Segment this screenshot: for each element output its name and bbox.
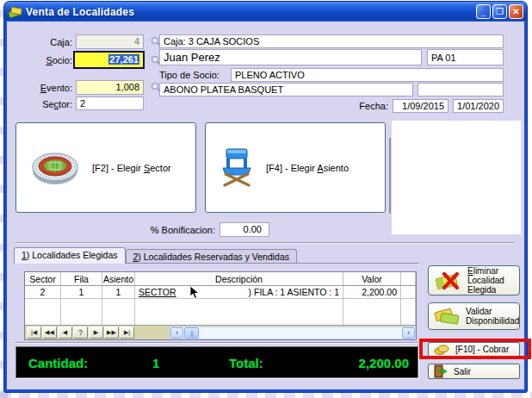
divider-bottom: [15, 342, 418, 344]
tab-strip: 1) Localidades Elegidas 2) Localidades R…: [14, 247, 297, 264]
grid-row[interactable]: 2 1 1 SECTOR ) FILA : 1 ASIENTO : 1 2,20…: [25, 286, 416, 299]
nav-search-button[interactable]: ?: [73, 326, 88, 339]
tipo-socio-label: Tipo de Socio:: [159, 70, 226, 80]
nav-next-button[interactable]: ▶: [89, 326, 103, 339]
cell-fila[interactable]: 1: [61, 286, 102, 298]
grid-hscrollbar[interactable]: ‹ ||| ›: [170, 326, 416, 339]
col-descripcion[interactable]: Descripción: [135, 272, 343, 285]
cantidad-label: Cantidad:: [28, 356, 88, 370]
socio-field[interactable]: 27,261: [73, 51, 145, 69]
socio-codigo-field: PA 01: [427, 49, 504, 65]
col-asiento[interactable]: Asiento: [102, 272, 135, 285]
evento-field[interactable]: 1,008: [76, 80, 144, 95]
tab-localidades-elegidas[interactable]: 1) Localidades Elegidas: [14, 247, 126, 264]
socio-label: Socio:: [14, 55, 72, 65]
cell-asiento[interactable]: 1: [102, 286, 135, 298]
annotation-highlight-rect: [419, 339, 531, 359]
nav-last-button[interactable]: ▶|: [120, 326, 134, 339]
titlebar[interactable]: Venta de Localidades _ ❐ ✕: [4, 2, 527, 22]
elegir-sector-button[interactable]: [F2] - Elegir Sector: [15, 122, 196, 213]
caja-label: Caja:: [14, 37, 72, 47]
col-sector[interactable]: Sector: [25, 272, 61, 285]
elegir-sector-label: [F2] - Elegir Sector: [92, 163, 171, 173]
tickets-check-icon: [434, 305, 460, 327]
scroll-left-arrow[interactable]: ‹: [170, 327, 183, 339]
panel-divider-line: [389, 138, 391, 214]
elegir-asiento-label: [F4] - Elegir Asiento: [266, 163, 349, 173]
cell-valor[interactable]: 2,200.00: [343, 286, 401, 298]
delete-ticket-icon: [434, 269, 461, 293]
tab-localidades-reservadas[interactable]: 2) Localidades Reservadas y Vendidas: [126, 249, 298, 264]
nav-prev-button[interactable]: ◀: [58, 326, 72, 339]
client-area: Caja: 4 Socio: 27,261 Evento: 1,008 Sect…: [7, 22, 524, 389]
eliminar-localidad-button[interactable]: Eliminar Localidad Elegida: [428, 265, 520, 295]
caja-field[interactable]: 4: [76, 34, 144, 49]
salir-label: Salir: [454, 367, 471, 376]
sector-label: Sector:: [14, 99, 72, 109]
fecha-desde-field: 1/09/2015: [393, 99, 448, 113]
eliminar-line2: Localidad: [467, 276, 504, 285]
elegir-asiento-button[interactable]: [F4] - Elegir Asiento: [205, 122, 386, 213]
mouse-cursor: [189, 285, 201, 300]
eliminar-line3: Elegida: [467, 285, 496, 295]
cell-descripcion[interactable]: SECTOR ) FILA : 1 ASIENTO : 1: [135, 286, 343, 298]
total-label: Total:: [229, 356, 263, 370]
cell-sector[interactable]: 2: [25, 286, 61, 298]
grid-empty-rows: [25, 299, 416, 325]
maximize-button[interactable]: ❐: [492, 4, 507, 19]
scroll-right-arrow[interactable]: ›: [402, 327, 415, 339]
evento-desc-field: ABONO PLATEA BASQUET: [159, 83, 413, 96]
divider-top: [15, 242, 515, 244]
localidades-grid: Sector Fila Asiento Descripción Valor 2 …: [24, 271, 417, 340]
grid-navigator: |◀ ◀◀ ◀ ? ▶ ▶▶ ▶| ‹ ||| ›: [25, 325, 416, 339]
window-title: Venta de Localidades: [26, 6, 474, 18]
scroll-thumb[interactable]: |||: [184, 327, 199, 339]
nav-first-button[interactable]: |◀: [27, 326, 41, 339]
bonificacion-label: % Bonificacion:: [136, 225, 215, 235]
col-valor[interactable]: Valor: [343, 272, 401, 285]
totals-bar: Cantidad: 1 Total: 2,200.00: [15, 346, 418, 378]
caja-info-field: Caja: 3 CAJA SOCIOS: [159, 34, 504, 48]
sector-field[interactable]: 2: [76, 96, 144, 110]
col-stub: [401, 272, 416, 285]
stadium-icon: [30, 146, 80, 190]
col-fila[interactable]: Fila: [61, 272, 102, 285]
validar-disponibilidad-button[interactable]: Validar Disponibilidad: [428, 302, 520, 330]
eliminar-line1: Eliminar: [467, 266, 498, 276]
socio-nombre-field: Juan Perez: [159, 49, 422, 65]
watermark-bottom: [0, 392, 532, 398]
evento-extra-field: [418, 83, 504, 96]
tipo-socio-field: PLENO ACTIVO: [231, 68, 504, 82]
close-button[interactable]: ✕: [509, 4, 523, 19]
desktop: Venta de Localidades _ ❐ ✕ Caja: 4 Socio…: [0, 0, 532, 398]
cantidad-value: 1: [152, 356, 159, 370]
fecha-label: Fecha:: [334, 101, 388, 111]
validar-line2: Disponibilidad: [466, 316, 519, 326]
chair-icon: [220, 148, 254, 188]
grid-header-row: Sector Fila Asiento Descripción Valor: [25, 272, 416, 286]
evento-label: Evento:: [14, 83, 72, 93]
app-window: Venta de Localidades _ ❐ ✕ Caja: 4 Socio…: [4, 2, 527, 392]
bonificacion-field[interactable]: 0.00: [220, 222, 269, 237]
nav-fast-back-button[interactable]: ◀◀: [42, 326, 57, 339]
app-tickets-icon: [8, 5, 22, 18]
minimize-button[interactable]: _: [476, 4, 491, 19]
salir-button[interactable]: Salir: [428, 364, 520, 379]
exit-door-icon: [434, 364, 448, 378]
total-value: 2,200.00: [359, 356, 409, 370]
nav-fast-forward-button[interactable]: ▶▶: [104, 326, 119, 339]
validar-line1: Validar: [466, 307, 492, 316]
preview-panel: [392, 121, 521, 234]
fecha-hasta-field: 1/01/2020: [453, 99, 504, 113]
